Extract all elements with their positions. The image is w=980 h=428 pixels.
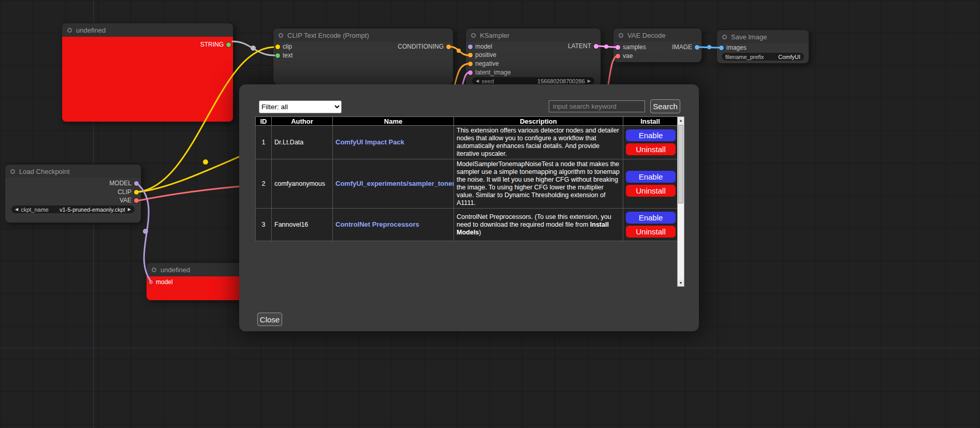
slot-label: VAE — [120, 197, 131, 204]
extension-table: ID Author Name Description Install 1 Dr.… — [255, 116, 678, 241]
header-author: Author — [272, 117, 333, 126]
slot-label: samples — [623, 43, 646, 51]
input-slot-model: model — [468, 43, 492, 50]
node-ksampler[interactable]: KSampler model positive negative latent_… — [466, 28, 601, 86]
collapse-dot-icon[interactable] — [10, 169, 15, 174]
node-load-checkpoint[interactable]: Load Checkpoint MODEL CLIP VAE ◀ ckpt_na… — [5, 165, 141, 223]
slot-label: MODEL — [109, 180, 131, 187]
cell-id: 1 — [256, 126, 272, 159]
uninstall-button[interactable]: Uninstall — [626, 143, 676, 155]
negative-input-dot[interactable] — [468, 62, 473, 66]
enable-button[interactable]: Enable — [626, 171, 676, 183]
extension-link[interactable]: ComfyUI Impact Pack — [335, 138, 404, 146]
images-input-dot[interactable] — [719, 46, 724, 50]
seed-widget[interactable]: ◀ seed 156680208700286 ▶ — [472, 77, 594, 85]
widget-value: v1-5-pruned-emaonly.ckpt — [60, 206, 125, 213]
slot-label: model — [156, 278, 173, 286]
cell-author: comfyanonymous — [272, 159, 333, 209]
node-title-bar[interactable]: undefined — [62, 23, 233, 37]
description-text: This extension offers various detector n… — [457, 127, 619, 157]
cell-description: ControlNet Preprocessors. (To use this e… — [454, 209, 623, 241]
enable-button[interactable]: Enable — [626, 212, 676, 224]
extension-link[interactable]: ComfyUI_experiments/sampler_tonemap — [335, 180, 454, 187]
ckpt-name-widget[interactable]: ◀ ckpt_name v1-5-pruned-emaonly.ckpt ▶ — [11, 205, 135, 213]
collapse-dot-icon[interactable] — [152, 268, 156, 272]
description-text: ControlNet Preprocessors. (To use this e… — [457, 213, 611, 228]
widget-decrement-icon[interactable]: ◀ — [15, 207, 18, 212]
node-undefined-top[interactable]: undefined STRING — [62, 23, 233, 122]
clip-output-dot[interactable] — [134, 190, 139, 195]
filename-prefix-widget[interactable]: filename_prefix ComfyUI — [722, 53, 804, 61]
description-text: ) — [479, 229, 481, 236]
uninstall-button[interactable]: Uninstall — [626, 185, 676, 197]
collapse-dot-icon[interactable] — [67, 28, 72, 33]
node-body: STRING — [62, 37, 233, 122]
node-title-bar[interactable]: Save Image — [717, 30, 809, 43]
slot-label: model — [475, 43, 492, 50]
model-output-dot[interactable] — [134, 181, 139, 186]
slot-label: LATENT — [568, 42, 591, 50]
conditioning-output-dot[interactable] — [446, 45, 451, 49]
enable-button[interactable]: Enable — [626, 129, 676, 141]
header-name: Name — [333, 117, 454, 126]
widget-label: filename_prefix — [725, 54, 764, 60]
collapse-dot-icon[interactable] — [279, 33, 283, 38]
cell-author: Fannovel16 — [272, 209, 333, 241]
node-vae-decode[interactable]: VAE Decode samples vae IMAGE — [613, 28, 701, 62]
text-input-dot[interactable] — [275, 53, 280, 58]
cell-id: 2 — [256, 159, 272, 209]
cell-id: 3 — [256, 209, 272, 241]
node-save-image[interactable]: Save Image images filename_prefix ComfyU… — [717, 30, 809, 63]
uninstall-button[interactable]: Uninstall — [626, 226, 676, 238]
node-title: VAE Decode — [627, 32, 665, 39]
node-title: Save Image — [731, 33, 767, 41]
widget-value: ComfyUI — [778, 54, 800, 60]
clip-input-dot[interactable] — [275, 45, 280, 49]
slot-label: positive — [475, 51, 496, 58]
node-clip-text-encode[interactable]: CLIP Text Encode (Prompt) clip text COND… — [273, 28, 453, 84]
canvas-axis-horizontal — [0, 348, 980, 348]
header-install: Install — [623, 117, 678, 126]
string-output-dot[interactable] — [226, 42, 231, 47]
slot-label: text — [283, 52, 292, 59]
extension-link[interactable]: ControlNet Preprocessors — [335, 220, 419, 228]
node-title-bar[interactable]: VAE Decode — [613, 28, 701, 42]
vae-input-dot[interactable] — [616, 54, 620, 58]
slot-label: negative — [475, 60, 499, 67]
collapse-dot-icon[interactable] — [619, 33, 623, 38]
scrollbar-thumb[interactable] — [678, 125, 683, 203]
latent-image-input-dot[interactable] — [468, 70, 473, 75]
vae-output-dot[interactable] — [134, 198, 139, 203]
collapse-dot-icon[interactable] — [722, 35, 727, 39]
header-description: Description — [454, 117, 623, 126]
widget-increment-icon[interactable]: ▶ — [588, 79, 591, 83]
search-input[interactable] — [549, 100, 645, 112]
widget-increment-icon[interactable]: ▶ — [128, 207, 131, 212]
latent-output-dot[interactable] — [594, 44, 598, 49]
node-title-bar[interactable]: Load Checkpoint — [5, 165, 141, 178]
node-title-bar[interactable]: CLIP Text Encode (Prompt) — [273, 28, 453, 42]
close-button[interactable]: Close — [257, 313, 282, 326]
node-title: Load Checkpoint — [19, 168, 70, 175]
search-button[interactable]: Search — [650, 99, 680, 113]
collapse-dot-icon[interactable] — [471, 33, 476, 38]
slot-label: STRING — [200, 41, 224, 48]
positive-input-dot[interactable] — [468, 53, 473, 57]
scroll-up-icon[interactable]: ▲ — [678, 117, 684, 124]
slot-label: CONDITIONING — [398, 43, 444, 50]
filter-select[interactable]: Filter: all — [259, 100, 342, 113]
node-title: undefined — [76, 26, 106, 34]
slot-label: CLIP — [118, 188, 131, 196]
widget-decrement-icon[interactable]: ◀ — [476, 79, 479, 83]
widget-value: 156680208700286 — [537, 78, 585, 84]
scroll-down-icon[interactable]: ▼ — [678, 279, 684, 286]
node-title-bar[interactable]: KSampler — [466, 28, 601, 42]
slot-label: IMAGE — [672, 43, 692, 51]
table-scrollbar[interactable]: ▲ ▼ — [677, 116, 684, 287]
samples-input-dot[interactable] — [616, 45, 620, 50]
model-input-dot[interactable] — [149, 280, 153, 285]
image-output-dot[interactable] — [695, 45, 699, 50]
model-input-dot[interactable] — [468, 45, 473, 49]
cell-description: This extension offers various detector n… — [454, 126, 623, 159]
table-row: 2 comfyanonymous ComfyUI_experiments/sam… — [256, 159, 678, 209]
